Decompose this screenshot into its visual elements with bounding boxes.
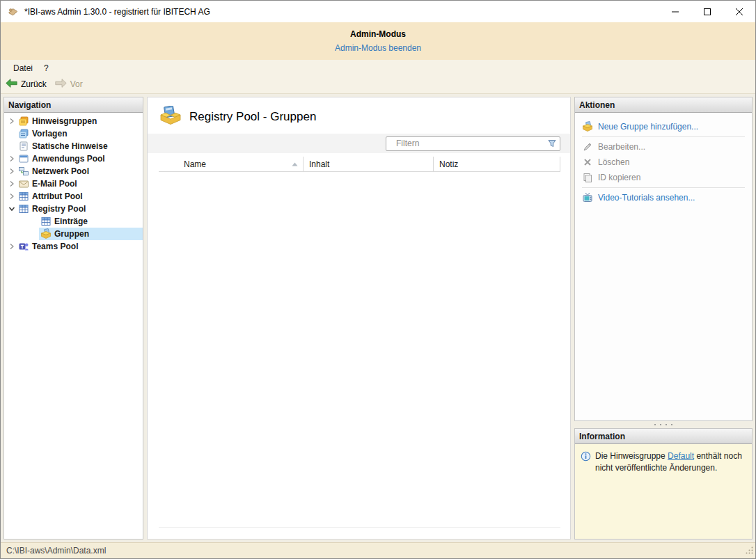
- admin-mode-title: Admin-Modus: [1, 29, 755, 39]
- close-button[interactable]: [723, 1, 755, 22]
- action-add-group[interactable]: Neue Gruppe hinzufügen...: [582, 119, 746, 134]
- video-tutorials-icon: [582, 192, 593, 203]
- list-header: Name Inhalt Notiz: [159, 157, 560, 172]
- registry-groups-icon: [159, 106, 182, 127]
- column-label: Inhalt: [309, 159, 329, 169]
- expand-chevron-icon[interactable]: [7, 178, 17, 190]
- column-label: Name: [184, 159, 206, 169]
- email-pool-icon: [18, 178, 29, 189]
- application-pool-icon: [18, 153, 29, 164]
- forward-button: Vor: [55, 79, 83, 90]
- statusbar-path: C:\IBI-aws\Admin\Data.xml: [6, 546, 106, 556]
- filter-input[interactable]: [386, 136, 560, 151]
- filter-funnel-icon[interactable]: [547, 139, 557, 150]
- action-label: ID kopieren: [598, 173, 640, 182]
- admin-mode-exit-link[interactable]: Admin-Modus beenden: [335, 43, 421, 53]
- network-pool-icon: [18, 166, 29, 177]
- add-group-icon: [582, 121, 593, 132]
- nav-item-label: E-Mail Pool: [32, 179, 77, 189]
- teams-pool-icon: [18, 241, 29, 252]
- nav-item-label: Einträge: [54, 216, 88, 226]
- action-label: Video-Tutorials ansehen...: [598, 193, 695, 203]
- default-group-link[interactable]: Default: [668, 451, 694, 461]
- actions-list: Neue Gruppe hinzufügen... Bearbeiten... …: [575, 113, 752, 205]
- navigation-tree: Hinweisgruppen Vorlagen Statische Hinwei…: [4, 113, 143, 253]
- app-icon: [7, 6, 19, 17]
- window-title: *IBI-aws Admin 1.30.0 - registriert für …: [24, 7, 659, 17]
- expand-chevron-icon[interactable]: [7, 190, 17, 203]
- actions-panel-header: Aktionen: [575, 97, 752, 113]
- app-window: *IBI-aws Admin 1.30.0 - registriert für …: [0, 0, 756, 559]
- list-body: [159, 172, 560, 527]
- tree-indent: [7, 127, 17, 140]
- maximize-button[interactable]: [691, 1, 723, 22]
- back-button-label: Zurück: [21, 79, 47, 89]
- back-button[interactable]: Zurück: [6, 79, 47, 90]
- menu-datei[interactable]: Datei: [8, 61, 38, 75]
- collapse-chevron-icon[interactable]: [7, 203, 17, 215]
- edit-icon: [582, 141, 593, 152]
- expand-chevron-icon[interactable]: [7, 115, 17, 127]
- nav-item-gruppen[interactable]: Gruppen: [4, 228, 143, 240]
- groups-list: Name Inhalt Notiz: [159, 157, 560, 528]
- nav-item-label: Registry Pool: [32, 204, 86, 214]
- nav-item-label: Teams Pool: [32, 242, 78, 251]
- forward-arrow-icon: [55, 79, 67, 90]
- separator: [582, 187, 745, 188]
- column-header-name[interactable]: Name: [159, 157, 304, 171]
- navigation-panel-header: Navigation: [4, 97, 143, 113]
- titlebar[interactable]: *IBI-aws Admin 1.30.0 - registriert für …: [1, 1, 755, 22]
- nav-item-registry-pool[interactable]: Registry Pool: [4, 203, 143, 215]
- statusbar: C:\IBI-aws\Admin\Data.xml: [1, 542, 755, 558]
- copy-id-icon: [582, 172, 593, 183]
- expand-chevron-icon[interactable]: [7, 152, 17, 165]
- action-video-tutorials[interactable]: Video-Tutorials ansehen...: [582, 190, 746, 205]
- resize-grip[interactable]: [745, 546, 754, 557]
- filter-bar: [148, 134, 570, 153]
- registry-entries-icon: [40, 216, 52, 227]
- menubar: Datei ?: [1, 60, 755, 75]
- nav-item-anwendungs-pool[interactable]: Anwendungs Pool: [4, 152, 143, 165]
- forward-button-label: Vor: [70, 79, 83, 89]
- column-header-inhalt[interactable]: Inhalt: [304, 157, 434, 171]
- panel-splitter[interactable]: [574, 421, 753, 428]
- expand-chevron-icon[interactable]: [7, 240, 17, 253]
- nav-item-label: Anwendungs Pool: [32, 154, 105, 164]
- column-label: Notiz: [439, 159, 458, 169]
- expand-chevron-icon[interactable]: [7, 165, 17, 178]
- navigation-toolbar: Zurück Vor: [1, 75, 755, 94]
- nav-item-eintraege[interactable]: Einträge: [4, 215, 143, 228]
- page-title: Registry Pool - Gruppen: [189, 110, 316, 124]
- page-title-row: Registry Pool - Gruppen: [148, 97, 570, 134]
- action-edit: Bearbeiten...: [582, 139, 746, 155]
- registry-pool-icon: [18, 203, 29, 214]
- right-column: Aktionen Neue Gruppe hinzufügen... Bearb…: [574, 97, 753, 540]
- detail-panel: Registry Pool - Gruppen Name: [147, 97, 571, 540]
- nav-item-statische-hinweise[interactable]: Statische Hinweise: [4, 140, 143, 152]
- tree-indent: [7, 228, 39, 240]
- nav-item-label: Gruppen: [54, 229, 89, 239]
- nav-item-label: Attribut Pool: [32, 191, 83, 201]
- groups-icon: [40, 228, 52, 239]
- main-content: Navigation Hinweisgruppen Vorlagen Stati…: [1, 94, 755, 542]
- info-icon: [581, 451, 591, 464]
- templates-icon: [18, 128, 29, 139]
- nav-item-attribut-pool[interactable]: Attribut Pool: [4, 190, 143, 203]
- nav-item-teams-pool[interactable]: Teams Pool: [4, 240, 143, 253]
- column-header-notiz[interactable]: Notiz: [434, 157, 560, 171]
- tree-indent: [7, 215, 39, 228]
- actions-panel: Aktionen Neue Gruppe hinzufügen... Bearb…: [574, 97, 753, 421]
- nav-item-email-pool[interactable]: E-Mail Pool: [4, 178, 143, 190]
- minimize-button[interactable]: [659, 1, 691, 22]
- tree-indent: [7, 140, 17, 152]
- information-panel-header: Information: [575, 429, 752, 444]
- action-copy-id: ID kopieren: [582, 170, 746, 185]
- nav-item-vorlagen[interactable]: Vorlagen: [4, 127, 143, 140]
- action-delete: Löschen: [582, 155, 746, 170]
- nav-item-netzwerk-pool[interactable]: Netzwerk Pool: [4, 165, 143, 178]
- nav-item-label: Vorlagen: [32, 129, 67, 139]
- nav-item-hinweisgruppen[interactable]: Hinweisgruppen: [4, 115, 143, 127]
- nav-item-label: Netzwerk Pool: [32, 166, 89, 176]
- menu-help[interactable]: ?: [38, 61, 54, 75]
- information-text-before: Die Hinweisgruppe: [595, 451, 668, 461]
